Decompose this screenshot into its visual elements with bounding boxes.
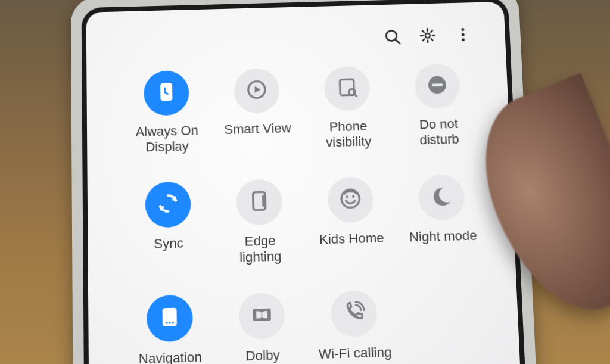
- tile-edge-lighting[interactable]: Edge lighting: [213, 178, 307, 266]
- tile-wifi-calling[interactable]: Wi-Fi calling: [307, 289, 402, 362]
- dnd-icon: [425, 73, 450, 99]
- tile-navigation[interactable]: Navigation: [123, 294, 217, 364]
- tile-do-not-disturb[interactable]: Do not disturb: [391, 63, 485, 148]
- phone-frame: Always On Display Smart View Phone visib…: [71, 0, 539, 364]
- panel-actions: [383, 26, 472, 45]
- tile-label: Kids Home: [319, 230, 385, 247]
- navigation-bar-icon: [157, 304, 182, 332]
- tile-always-on-display[interactable]: Always On Display: [121, 70, 213, 155]
- night-mode-icon: [429, 184, 454, 211]
- tile-label: Phone visibility: [325, 119, 371, 151]
- tile-dolby[interactable]: Dolby: [215, 291, 309, 364]
- sync-icon: [156, 191, 180, 218]
- tile-smart-view[interactable]: Smart View: [211, 67, 303, 153]
- cast-icon: [245, 77, 269, 104]
- tile-label: Night mode: [409, 228, 478, 245]
- gear-icon[interactable]: [418, 27, 437, 45]
- tile-night-mode[interactable]: Night mode: [395, 173, 490, 261]
- tile-label: Wi-Fi calling: [319, 344, 392, 362]
- tile-label: Edge lighting: [239, 233, 282, 265]
- tile-label: Navigation: [139, 349, 203, 364]
- tile-label: Sync: [154, 235, 183, 252]
- kids-home-icon: [338, 186, 363, 213]
- tile-label: Do not disturb: [419, 116, 459, 148]
- search-icon[interactable]: [383, 27, 402, 45]
- tile-sync[interactable]: Sync: [122, 181, 215, 268]
- tile-label: Dolby: [245, 347, 280, 364]
- quick-settings-panel: Always On Display Smart View Phone visib…: [86, 2, 522, 364]
- aod-icon: [154, 80, 179, 106]
- visibility-icon: [335, 75, 359, 101]
- tile-kids-home[interactable]: Kids Home: [304, 176, 399, 263]
- more-vert-icon[interactable]: [454, 26, 472, 43]
- dolby-icon: [250, 302, 275, 329]
- tile-label: Always On Display: [135, 123, 198, 155]
- wifi-calling-icon: [341, 300, 366, 327]
- edge-lighting-icon: [247, 189, 272, 216]
- tile-label: Smart View: [224, 120, 291, 138]
- quick-settings-grid: Always On Display Smart View Phone visib…: [121, 63, 494, 364]
- tile-phone-visibility[interactable]: Phone visibility: [301, 65, 394, 151]
